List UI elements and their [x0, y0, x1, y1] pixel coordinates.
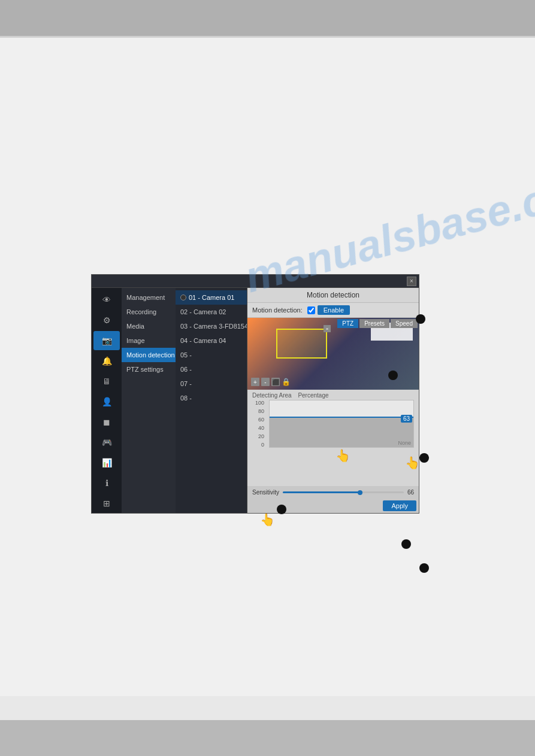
sensitivity-slider[interactable] [283, 491, 404, 493]
ptz-button[interactable]: PTZ [337, 319, 358, 328]
top-bar [0, 0, 535, 36]
nav-ptz-settings[interactable]: PTZ settings [122, 362, 176, 377]
camera-dot-01 [180, 294, 186, 300]
annotation-dot-3 [419, 453, 429, 463]
enable-checkbox[interactable] [307, 306, 315, 314]
camera-label-08: 08 - [180, 394, 192, 402]
camera-item-01[interactable]: 01 - Camera 01 [176, 290, 247, 305]
camera-label-02: 02 - Camera 02 [180, 308, 226, 315]
nvr-window: × 👁 ⚙ 📷 🔔 🖥 👤 ◼ 🎮 📊 ℹ ⊞ Management R [91, 274, 419, 514]
sidebar-icon-image[interactable]: 👤 [93, 392, 120, 411]
motion-detection-label: Motion detection: [252, 306, 303, 314]
presets-button[interactable]: Presets [359, 319, 389, 328]
y-label-0: 0 [261, 442, 264, 448]
sensitivity-value: 66 [407, 489, 414, 496]
ptz-buttons: PTZ Presets Speed [336, 318, 419, 329]
sidebar: 👁 ⚙ 📷 🔔 🖥 👤 ◼ 🎮 📊 ℹ ⊞ [92, 288, 122, 513]
annotation-dot-6 [419, 563, 429, 573]
graph-container: 100 80 60 40 20 0 63 None [252, 400, 414, 448]
camera-label-06: 06 - [180, 366, 192, 373]
camera-label-01: 01 - Camera 01 [189, 294, 234, 301]
apply-button[interactable]: Apply [383, 500, 416, 511]
y-label-40: 40 [258, 425, 264, 431]
apply-row: Apply [247, 499, 419, 513]
window-titlebar: × [92, 275, 419, 288]
camera-label-04: 04 - Camera 04 [180, 337, 226, 344]
detection-box-close[interactable]: × [324, 325, 331, 332]
y-axis: 100 80 60 40 20 0 [252, 400, 267, 448]
sidebar-icon-overview[interactable]: 👁 [93, 290, 120, 309]
nav-recording[interactable]: Recording [122, 305, 176, 319]
camera-label-07: 07 - [180, 380, 192, 387]
sidebar-icon-analytics[interactable]: 📊 [93, 453, 120, 472]
nav-media[interactable]: Media [122, 319, 176, 333]
nav-management[interactable]: Management [122, 290, 176, 305]
zoom-out-button[interactable]: - [261, 378, 270, 386]
zoom-controls: + - ⬛ 🔒 [251, 378, 291, 386]
window-body: 👁 ⚙ 📷 🔔 🖥 👤 ◼ 🎮 📊 ℹ ⊞ Management Recordi… [92, 288, 419, 513]
nav-motion-detection[interactable]: Motion detection [122, 348, 176, 362]
motion-detection-header: Motion detection: Enable [247, 303, 419, 318]
annotation-dot-1 [416, 314, 425, 324]
main-panel: Motion detection Motion detection: Enabl… [247, 288, 419, 513]
nav-image[interactable]: Image [122, 333, 176, 348]
camera-item-05[interactable]: 05 - [176, 348, 247, 362]
sensitivity-fill [283, 491, 362, 493]
sidebar-icon-alerts[interactable]: 🔔 [93, 351, 120, 371]
enable-button[interactable]: Enable [318, 305, 350, 315]
camera-item-03[interactable]: 03 - Camera 3-FD8154 [176, 319, 247, 333]
sidebar-icon-motion[interactable]: ◼ [93, 412, 120, 432]
annotation-dot-5 [401, 539, 411, 549]
camera-label-05: 05 - [180, 351, 192, 359]
graph-value-badge: 63 [401, 415, 412, 423]
graph-main[interactable]: 63 None [269, 400, 414, 448]
zoom-in-button[interactable]: + [251, 378, 259, 386]
sidebar-icon-grid[interactable]: ⊞ [93, 494, 120, 513]
camera-list: 01 - Camera 01 02 - Camera 02 03 - Camer… [176, 288, 247, 513]
sensitivity-section: Sensitivity 66 [247, 486, 419, 499]
graph-bar [270, 418, 413, 447]
hand-cursor-1: 👆 [335, 448, 350, 463]
speed-button[interactable]: Speed [391, 319, 418, 328]
sidebar-icon-settings[interactable]: ⚙ [93, 311, 120, 330]
detection-box[interactable]: × [276, 329, 327, 359]
sidebar-icon-info[interactable]: ℹ [93, 473, 120, 493]
sensitivity-row: Sensitivity 66 [252, 487, 414, 497]
nav-labels: Management Recording Media Image Motion … [122, 288, 176, 513]
annotation-dot-4 [277, 505, 286, 514]
main-content: manualsbase.com × 👁 ⚙ 📷 🔔 🖥 👤 ◼ 🎮 📊 ℹ ⊞ [0, 38, 535, 696]
sidebar-icon-ptz[interactable]: 🎮 [93, 433, 120, 452]
bottom-bar [0, 720, 535, 756]
graph-line [270, 417, 413, 418]
annotation-dot-2 [388, 371, 398, 380]
window-close-button[interactable]: × [407, 277, 416, 286]
modal-title: Motion detection [247, 288, 419, 303]
graph-title: Detecting Area [252, 392, 292, 399]
sensitivity-thumb[interactable] [358, 490, 362, 495]
camera-item-08[interactable]: 08 - [176, 391, 247, 405]
y-label-100: 100 [255, 400, 264, 406]
graph-subtitle: Percentage [298, 392, 328, 399]
graph-none-label: None [398, 440, 411, 446]
hand-cursor-3: 👆 [405, 456, 420, 470]
sidebar-icon-management[interactable]: 📷 [93, 331, 120, 350]
camera-label-03: 03 - Camera 3-FD8154 [180, 323, 247, 330]
sensitivity-label: Sensitivity [252, 489, 279, 496]
camera-item-04[interactable]: 04 - Camera 04 [176, 333, 247, 348]
camera-item-06[interactable]: 06 - [176, 362, 247, 377]
sidebar-icon-media[interactable]: 🖥 [93, 372, 120, 391]
lock-icon: 🔒 [282, 378, 291, 386]
enable-checkbox-label[interactable]: Enable [307, 305, 350, 315]
camera-item-02[interactable]: 02 - Camera 02 [176, 305, 247, 319]
y-label-80: 80 [258, 408, 264, 414]
y-label-20: 20 [258, 433, 264, 439]
hand-cursor-2: 👆 [260, 512, 275, 527]
zoom-fit-button[interactable]: ⬛ [271, 378, 280, 386]
camera-item-07[interactable]: 07 - [176, 377, 247, 391]
graph-area: Detecting Area Percentage 100 80 60 40 2… [247, 390, 419, 486]
y-label-60: 60 [258, 417, 264, 423]
